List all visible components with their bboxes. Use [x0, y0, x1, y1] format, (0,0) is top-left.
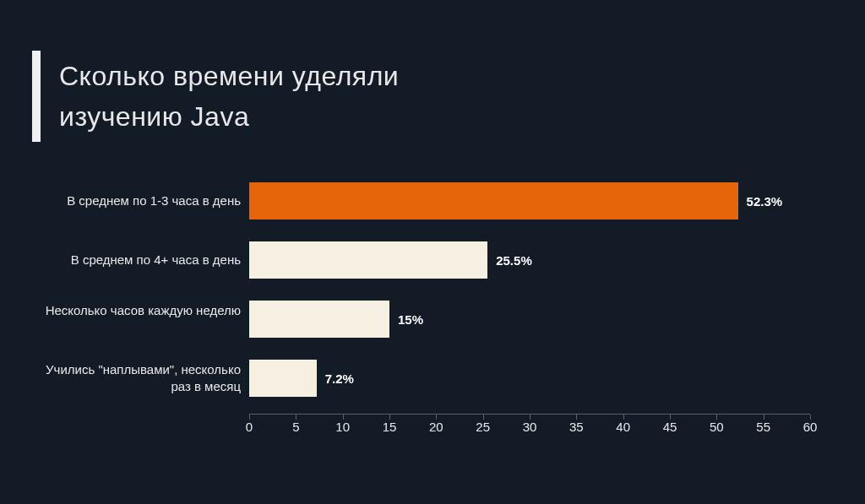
chart-title: Сколько времени уделяли изучению Java — [59, 51, 481, 142]
x-axis: 0 5 10 15 20 25 30 35 40 45 50 55 60 — [249, 414, 810, 415]
x-tick: 0 — [246, 420, 253, 434]
title-accent-bar — [32, 51, 41, 142]
bar — [249, 182, 738, 219]
bar — [249, 301, 389, 338]
category-label: В среднем по 1-3 часа в день — [41, 192, 241, 209]
category-label: Несколько часов каждую неделю — [41, 302, 241, 319]
chart-container: В среднем по 1-3 часа в день 52.3% 25.5%… — [41, 177, 835, 464]
category-label: В среднем по 4+ часа в день — [41, 252, 241, 268]
x-tick: 45 — [663, 420, 677, 434]
bar-value-label: 52.3% — [747, 194, 783, 209]
chart-title-block: Сколько времени уделяли изучению Java — [0, 0, 865, 142]
bar-value-label: 15% — [398, 312, 423, 327]
x-tick: 60 — [803, 420, 818, 434]
bar-row: 52.3% — [249, 182, 810, 219]
x-tick: 25 — [476, 420, 490, 434]
bar-row: 25.5% — [249, 241, 810, 279]
bar-value-label: 7.2% — [325, 371, 354, 386]
x-tick: 20 — [429, 420, 443, 434]
bar-row: 15% — [249, 301, 810, 338]
category-label: Учились "наплывами", несколько раз в мес… — [41, 361, 241, 396]
x-tick: 40 — [616, 420, 630, 434]
x-tick: 55 — [756, 420, 770, 434]
x-tick: 50 — [710, 420, 724, 434]
x-tick: 10 — [335, 420, 350, 434]
bar — [249, 241, 487, 279]
x-tick: 30 — [523, 420, 537, 434]
bar — [249, 360, 317, 397]
x-tick: 15 — [383, 420, 397, 434]
bar-row: 7.2% — [249, 360, 810, 397]
plot-area: 52.3% 25.5% 15% 7.2% — [249, 177, 810, 414]
bar-value-label: 25.5% — [496, 253, 532, 268]
x-tick: 35 — [569, 420, 584, 434]
x-tick: 5 — [292, 420, 299, 434]
